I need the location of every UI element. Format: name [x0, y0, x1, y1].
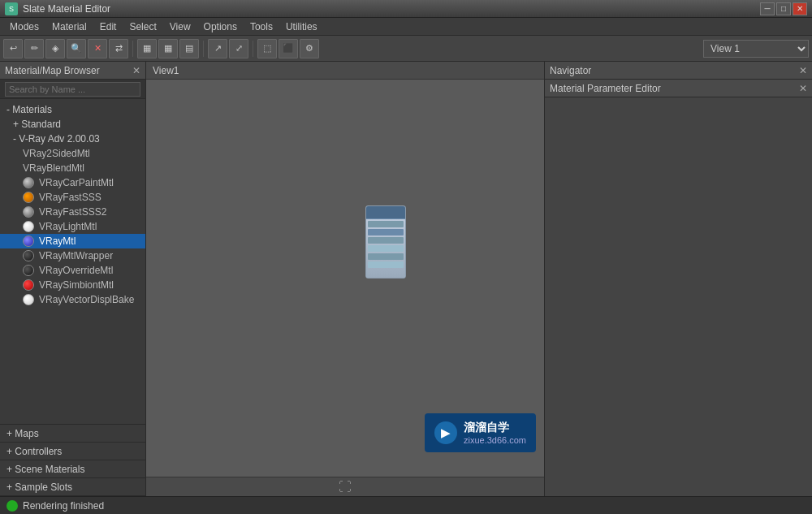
list-item[interactable]: VRayMtlWrapper: [0, 248, 145, 263]
standard-label: + Standard: [13, 119, 61, 130]
viewport-header: View1: [146, 62, 544, 80]
toolbar-btn-8[interactable]: ▤: [179, 39, 199, 58]
menu-select[interactable]: Select: [123, 19, 162, 34]
menu-view[interactable]: View: [163, 19, 197, 34]
material-ball: [23, 192, 34, 203]
list-item[interactable]: VRayBlendMtl: [0, 161, 145, 175]
toolbar-btn-12[interactable]: ⬛: [279, 39, 298, 58]
status-bar: Rendering finished: [0, 496, 812, 514]
material-ball: [23, 279, 34, 291]
list-item[interactable]: VRayLightMtl: [0, 219, 145, 234]
navigator-close-button[interactable]: ✕: [799, 65, 807, 76]
materials-section: - Materials + Standard - V-Ray Adv 2.00.…: [0, 102, 145, 307]
maps-section[interactable]: + Maps: [0, 425, 145, 443]
status-message: Rendering finished: [23, 500, 104, 512]
maximize-button[interactable]: □: [776, 2, 791, 15]
toolbar-btn-7[interactable]: ▦: [158, 39, 178, 58]
status-icon: [6, 500, 18, 512]
toolbar-btn-3[interactable]: ◈: [45, 39, 65, 58]
scene-materials-label: + Scene Materials: [6, 464, 84, 475]
panel-close-button[interactable]: ✕: [132, 65, 140, 76]
param-editor-close-button[interactable]: ✕: [799, 83, 807, 94]
material-name: VRaySimbiontMtl: [39, 279, 114, 291]
navigator-header: Navigator ✕: [545, 62, 812, 80]
vray-label: - V-Ray Adv 2.00.03: [13, 133, 100, 145]
toolbar: ↩ ✏ ◈ 🔍 ✕ ⇄ ▦ ▦ ▤ ↗ ⤢ ⬚ ⬛ ⚙ View 1 View …: [0, 36, 812, 62]
param-editor-body: [545, 97, 812, 496]
list-item[interactable]: VRayMtl: [0, 234, 145, 248]
toolbar-sep-1: [132, 41, 133, 57]
viewport-label: View1: [153, 65, 179, 76]
material-name: VRayMtlWrapper: [39, 250, 113, 261]
node-body: [366, 219, 405, 278]
toolbar-btn-13[interactable]: ⚙: [300, 39, 319, 58]
list-item[interactable]: VRayVectorDisplBake: [0, 292, 145, 307]
controllers-section[interactable]: + Controllers: [0, 443, 145, 460]
node-row: [368, 237, 404, 244]
search-box: [0, 80, 145, 99]
watermark-text: 溜溜自学 zixue.3d66.com: [464, 420, 526, 446]
viewport: View1 ▶ 溜溜自学 zixue.3d66.c: [146, 62, 544, 496]
menu-material[interactable]: Material: [45, 19, 93, 34]
node-row: [368, 253, 404, 260]
material-name: VRayVectorDisplBake: [39, 294, 134, 305]
node-header: [366, 206, 405, 219]
param-editor-header: Material Parameter Editor ✕: [545, 80, 812, 97]
menu-tools[interactable]: Tools: [244, 19, 279, 34]
toolbar-btn-delete[interactable]: ✕: [88, 39, 107, 58]
material-node[interactable]: [365, 205, 406, 279]
toolbar-btn-11[interactable]: ⬚: [257, 39, 277, 58]
search-input[interactable]: [5, 82, 140, 97]
menu-options[interactable]: Options: [197, 19, 244, 34]
standard-subsection[interactable]: + Standard: [0, 117, 145, 132]
toolbar-btn-9[interactable]: ↗: [208, 39, 227, 58]
material-ball: [23, 177, 34, 188]
material-ball: [23, 235, 34, 247]
toolbar-sep-3: [253, 41, 253, 57]
vray-subsection[interactable]: - V-Ray Adv 2.00.03: [0, 132, 145, 146]
controllers-label: + Controllers: [6, 446, 62, 457]
menu-modes[interactable]: Modes: [3, 19, 45, 34]
watermark-logo: ▶: [434, 421, 457, 444]
toolbar-btn-4[interactable]: 🔍: [67, 39, 86, 58]
list-item[interactable]: VRayFastSSS: [0, 190, 145, 205]
material-name: VRayMtl: [39, 235, 76, 247]
left-panel: Material/Map Browser ✕ - Materials + Sta…: [0, 62, 146, 496]
material-ball: [23, 294, 34, 305]
menu-edit[interactable]: Edit: [93, 19, 123, 34]
material-ball: [23, 206, 34, 218]
watermark: ▶ 溜溜自学 zixue.3d66.com: [425, 413, 536, 452]
list-item[interactable]: VRay2SidedMtl: [0, 146, 145, 161]
sample-slots-section[interactable]: + Sample Slots: [0, 478, 145, 496]
toolbar-btn-6[interactable]: ▦: [137, 39, 157, 58]
menu-utilities[interactable]: Utilities: [279, 19, 324, 34]
materials-header[interactable]: - Materials: [0, 102, 145, 117]
param-editor-title: Material Parameter Editor: [550, 83, 661, 94]
toolbar-btn-1[interactable]: ↩: [3, 39, 23, 58]
list-item[interactable]: VRayFastSSS2: [0, 205, 145, 219]
app-title: Slate Material Editor: [23, 3, 760, 15]
panel-header: Material/Map Browser ✕: [0, 62, 145, 80]
material-name: VRayFastSSS: [39, 192, 102, 203]
list-item[interactable]: VRayCarPaintMtl: [0, 175, 145, 190]
scene-materials-section[interactable]: + Scene Materials: [0, 460, 145, 478]
close-button[interactable]: ✕: [793, 2, 807, 15]
viewport-footer: ⛶: [146, 477, 544, 496]
title-bar: S Slate Material Editor ─ □ ✕: [0, 0, 812, 18]
node-row: [368, 221, 404, 227]
toolbar-btn-5[interactable]: ⇄: [109, 39, 128, 58]
sample-slots-label: + Sample Slots: [6, 482, 72, 493]
watermark-url: zixue.3d66.com: [464, 434, 526, 446]
toolbar-btn-2[interactable]: ✏: [24, 39, 44, 58]
view-select[interactable]: View 1 View 2 View 3: [703, 40, 809, 58]
toolbar-btn-10[interactable]: ⤢: [229, 39, 248, 58]
right-panel: Navigator ✕ Material Parameter Editor ✕: [544, 62, 812, 496]
viewport-canvas[interactable]: ▶ 溜溜自学 zixue.3d66.com: [146, 80, 544, 477]
material-ball: [23, 250, 34, 261]
list-item[interactable]: VRaySimbiontMtl: [0, 278, 145, 292]
list-item[interactable]: VRayOverrideMtl: [0, 263, 145, 278]
panel-title: Material/Map Browser: [5, 65, 100, 76]
node-row: [368, 261, 404, 268]
minimize-button[interactable]: ─: [760, 2, 775, 15]
materials-label: - Materials: [6, 104, 52, 115]
